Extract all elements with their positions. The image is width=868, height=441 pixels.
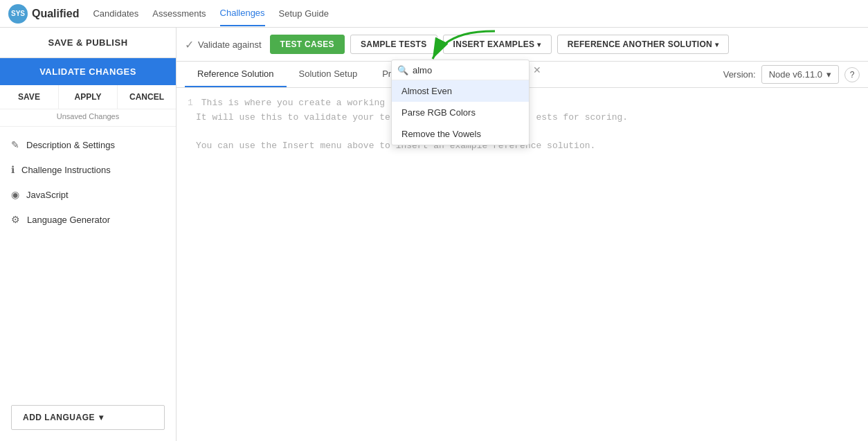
dropdown-search-area: 🔍 ✕	[392, 60, 529, 80]
sidebar-item-language-generator[interactable]: ⚙ Language Generator	[0, 207, 176, 232]
validate-text: Validate against	[198, 39, 262, 50]
version-label: Version:	[723, 69, 756, 80]
tab-reference-solution[interactable]: Reference Solution	[185, 62, 287, 87]
sidebar-item-label: Language Generator	[27, 215, 110, 225]
sidebar-item-description[interactable]: ✎ Description & Settings	[0, 132, 176, 157]
nav-links: Candidates Assessments Challenges Setup …	[93, 1, 328, 26]
logo: SYS Qualified	[8, 4, 79, 24]
logo-icon: SYS	[8, 4, 28, 24]
nav-candidates[interactable]: Candidates	[93, 1, 138, 26]
unsaved-label: Unsaved Changes	[0, 109, 176, 127]
reference-dropdown: 🔍 ✕ Almost Even Parse RGB Colors Remove …	[391, 60, 530, 145]
dropdown-item-almost-even[interactable]: Almost Even	[392, 80, 529, 102]
help-button[interactable]: ?	[844, 67, 860, 82]
clear-search-icon[interactable]: ✕	[533, 64, 541, 75]
reference-solution-arrow-icon: ▾	[715, 41, 718, 48]
sample-tests-button[interactable]: SAMPLE TESTS	[350, 35, 437, 54]
sidebar-item-label: Challenge Instructions	[21, 165, 111, 175]
editor-line-text-3	[196, 125, 201, 140]
dropdown-item-remove-vowels[interactable]: Remove the Vowels	[392, 123, 529, 145]
test-cases-button[interactable]: TEST CASES	[270, 35, 345, 54]
version-value: Node v6.11.0	[769, 69, 822, 80]
info-icon: ℹ	[11, 164, 15, 175]
insert-examples-label: INSERT EXAMPLES	[453, 39, 535, 49]
add-language-label: ADD LANGUAGE	[23, 413, 95, 422]
validate-label: ✓ Validate against	[185, 38, 262, 51]
toolbar: ✓ Validate against TEST CASES SAMPLE TES…	[177, 28, 868, 62]
sidebar-item-javascript[interactable]: ◉ JavaScript	[0, 182, 176, 207]
version-area: Version: Node v6.11.0 ▾ ?	[723, 65, 860, 84]
reference-solution-label: REFERENCE ANOTHER SOLUTION	[568, 39, 712, 49]
sidebar-actions: SAVE APPLY CANCEL	[0, 85, 176, 109]
version-chevron-icon: ▾	[826, 69, 831, 80]
sidebar-item-label: JavaScript	[26, 190, 69, 200]
dropdown-search-input[interactable]	[413, 65, 529, 75]
apply-button[interactable]: APPLY	[59, 85, 118, 109]
validate-changes-button[interactable]: VALIDATE CHANGES	[0, 58, 176, 85]
search-icon: 🔍	[397, 65, 408, 75]
top-nav: SYS Qualified Candidates Assessments Cha…	[0, 0, 868, 28]
save-publish-button[interactable]: SAVE & PUBLISH	[0, 28, 176, 58]
insert-examples-button[interactable]: INSERT EXAMPLES ▾	[443, 35, 552, 54]
add-language-button[interactable]: ADD LANGUAGE ▾	[11, 405, 165, 430]
sidebar-item-instructions[interactable]: ℹ Challenge Instructions	[0, 157, 176, 182]
line-number-1: 1	[188, 96, 193, 111]
js-icon: ◉	[11, 189, 19, 200]
nav-challenges[interactable]: Challenges	[220, 1, 265, 26]
version-select[interactable]: Node v6.11.0 ▾	[761, 65, 839, 84]
gear-icon: ⚙	[11, 214, 20, 225]
sidebar: SAVE & PUBLISH VALIDATE CHANGES SAVE APP…	[0, 28, 177, 441]
pencil-icon: ✎	[11, 139, 19, 150]
nav-assessments[interactable]: Assessments	[152, 1, 206, 26]
reference-solution-button[interactable]: REFERENCE ANOTHER SOLUTION ▾	[557, 35, 730, 54]
sidebar-nav: ✎ Description & Settings ℹ Challenge Ins…	[0, 127, 176, 394]
nav-setup-guide[interactable]: Setup Guide	[279, 1, 329, 26]
sidebar-item-label: Description & Settings	[26, 140, 115, 150]
main-content: ✓ Validate against TEST CASES SAMPLE TES…	[177, 28, 868, 441]
dropdown-arrow-icon: ▾	[99, 413, 104, 422]
tab-solution-setup[interactable]: Solution Setup	[287, 62, 370, 87]
logo-text: Qualified	[32, 8, 79, 20]
save-button[interactable]: SAVE	[0, 85, 59, 109]
insert-examples-arrow-icon: ▾	[537, 41, 541, 48]
cancel-button[interactable]: CANCEL	[118, 85, 176, 109]
dropdown-item-parse-rgb[interactable]: Parse RGB Colors	[392, 102, 529, 123]
layout: SAVE & PUBLISH VALIDATE CHANGES SAVE APP…	[0, 28, 868, 441]
check-icon: ✓	[185, 38, 194, 51]
